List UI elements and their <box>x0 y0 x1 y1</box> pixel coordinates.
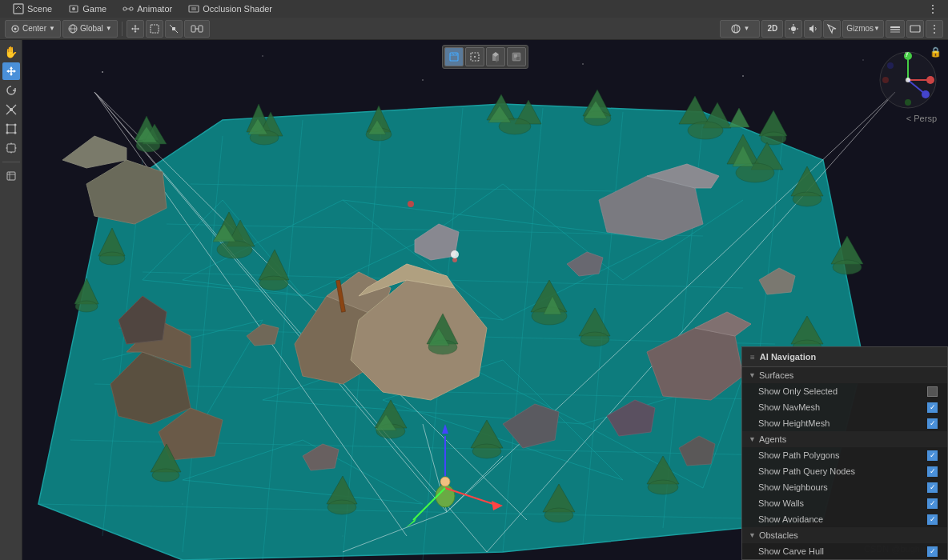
menu-animator-tab[interactable]: Animator <box>116 2 179 16</box>
lighting-btn[interactable] <box>785 20 802 38</box>
svg-point-20 <box>732 25 740 33</box>
menu-game-tab[interactable]: Game <box>62 2 113 16</box>
svg-line-33 <box>13 111 16 114</box>
shading-material-btn[interactable] <box>507 47 526 66</box>
show-neighbours-checkbox[interactable] <box>927 482 938 493</box>
svg-point-167 <box>648 480 678 494</box>
scale-tool-btn[interactable] <box>2 101 20 118</box>
shading-wireframe-btn[interactable] <box>444 47 464 66</box>
sphere-dropdown-btn[interactable]: ▼ <box>720 20 760 38</box>
obstacles-section-header[interactable]: ▼ Obstacles <box>742 527 947 543</box>
rect-select-vp-btn[interactable] <box>465 47 484 66</box>
persp-label: < Persp <box>906 114 937 123</box>
show-navmesh-checkbox[interactable] <box>927 402 938 413</box>
scene-tab-label: Scene <box>27 4 52 14</box>
toolbar-right-section: ▼ 2D Gizmos ▼ <box>720 20 943 38</box>
translate-tool-btn[interactable] <box>2 62 20 80</box>
agents-section-header[interactable]: ▼ Agents <box>742 431 947 447</box>
menu-occlusion-tab[interactable]: Occlusion Shader <box>182 2 279 16</box>
2d-btn[interactable]: 2D <box>761 20 783 38</box>
more-gizmos-btn[interactable]: ⋮ <box>926 20 943 38</box>
move-tool-btn[interactable] <box>127 20 144 38</box>
show-only-selected-checkbox[interactable] <box>927 386 938 397</box>
svg-point-230 <box>906 78 910 82</box>
svg-point-181 <box>833 260 862 274</box>
svg-point-50 <box>742 75 744 77</box>
svg-point-46 <box>102 71 103 73</box>
svg-rect-0 <box>14 4 23 14</box>
svg-point-149 <box>99 252 125 265</box>
rotate-tool-btn[interactable] <box>2 82 20 99</box>
show-path-polygons-label: Show Path Polygons <box>758 450 840 460</box>
rect-select-tool-btn[interactable] <box>2 120 20 138</box>
svg-point-22 <box>791 26 796 31</box>
svg-rect-30 <box>910 26 920 32</box>
svg-point-2 <box>72 7 75 10</box>
scale-tool-btn[interactable] <box>165 20 183 38</box>
layer-icon <box>890 23 901 34</box>
svg-rect-41 <box>7 144 15 152</box>
svg-point-4 <box>130 7 133 10</box>
hand-tool-btn[interactable]: ✋ <box>2 43 20 61</box>
scale-icon <box>168 23 179 34</box>
svg-point-47 <box>262 55 263 57</box>
scene-viewport[interactable]: y 🔒 < Persp CSDN @ <box>22 40 948 560</box>
editor-icon <box>6 170 17 182</box>
rect-select-vp-icon <box>469 51 480 62</box>
transform-tool-btn[interactable] <box>2 139 20 157</box>
globe-icon <box>68 24 78 34</box>
rect-tool-btn[interactable] <box>146 20 163 38</box>
show-heightmesh-checkbox[interactable] <box>927 418 938 429</box>
svg-rect-42 <box>7 172 15 180</box>
game-tab-icon <box>68 3 79 14</box>
layer-btn[interactable] <box>886 20 905 38</box>
menu-scene-tab[interactable]: Scene <box>6 2 58 16</box>
svg-point-173 <box>580 332 609 346</box>
show-avoidance-checkbox[interactable] <box>927 514 938 525</box>
snap-icon <box>191 23 203 34</box>
show-path-polygons-checkbox[interactable] <box>927 450 938 461</box>
svg-point-159 <box>793 192 821 206</box>
svg-point-40 <box>14 132 16 134</box>
lock-icon[interactable]: 🔒 <box>930 46 942 58</box>
sphere-icon <box>730 23 741 34</box>
show-walls-checkbox[interactable] <box>927 498 938 509</box>
show-avoidance-label: Show Avoidance <box>758 514 823 524</box>
top-menu-bar: Scene Game Animator Occlusion Shader ⋮ <box>0 0 948 18</box>
shading-solid-btn[interactable] <box>486 47 505 66</box>
aspect-btn[interactable] <box>906 20 924 38</box>
center-dropdown[interactable]: Center ▼ <box>5 20 61 38</box>
svg-rect-36 <box>7 125 15 133</box>
show-carve-hull-checkbox[interactable] <box>927 546 938 557</box>
svg-point-21 <box>734 25 737 33</box>
svg-text:y: y <box>906 50 909 57</box>
svg-point-165 <box>544 508 573 522</box>
audio-btn[interactable] <box>804 20 821 38</box>
more-options-icon[interactable]: ⋮ <box>924 2 942 15</box>
viewport-toolbar <box>442 45 528 69</box>
custom-tool-btn[interactable] <box>2 167 20 185</box>
svg-point-51 <box>862 59 864 61</box>
svg-point-195 <box>451 250 459 258</box>
snap-btn[interactable] <box>184 20 210 38</box>
global-dropdown[interactable]: Global ▼ <box>62 20 118 38</box>
svg-point-229 <box>887 62 894 69</box>
agents-section-label: Agents <box>759 434 786 444</box>
surfaces-section-header[interactable]: ▼ Surfaces <box>742 367 947 383</box>
rect-select-icon <box>149 23 160 34</box>
show-path-query-nodes-checkbox[interactable] <box>927 466 938 477</box>
panel-grip-icon: ≡ <box>750 353 755 362</box>
show-heightmesh-label: Show HeightMesh <box>758 418 830 428</box>
show-neighbours-label: Show Neighbours <box>758 482 828 492</box>
effects-btn[interactable] <box>823 20 841 38</box>
gizmos-btn[interactable]: Gizmos ▼ <box>842 20 884 38</box>
main-toolbar: Center ▼ Global ▼ <box>0 18 948 40</box>
svg-point-152 <box>217 241 252 258</box>
obstacles-arrow-icon: ▼ <box>749 531 756 539</box>
pivot-icon <box>10 24 20 34</box>
scene-gizmo[interactable]: y <box>876 48 940 112</box>
aspect-icon <box>910 23 921 34</box>
svg-rect-27 <box>890 26 900 28</box>
svg-rect-28 <box>890 29 900 30</box>
toolbar-sep-1 <box>122 22 123 36</box>
